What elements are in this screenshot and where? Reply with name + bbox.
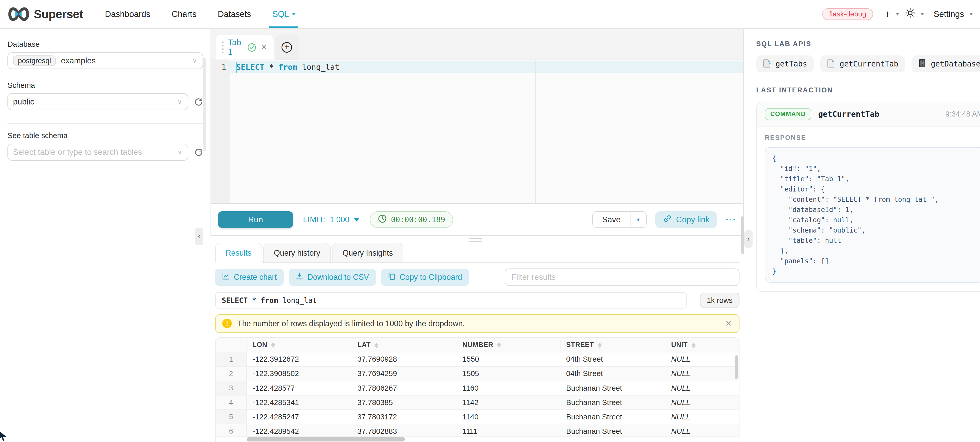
tab-query-history[interactable]: Query history	[263, 243, 331, 263]
tab-results[interactable]: Results	[215, 243, 262, 263]
sort-icon[interactable]	[271, 343, 275, 348]
download-icon	[295, 272, 304, 282]
sort-icon[interactable]	[497, 343, 501, 348]
response-label: RESPONSE	[765, 134, 980, 141]
results-tabs: Results Query history Query Insights	[215, 242, 740, 263]
api-panel-title: SQL LAB APIS	[756, 40, 980, 48]
column-header-street[interactable]: STREET	[560, 338, 666, 352]
editor-toolbar: Run LIMIT: 1 000 00:00:00.189	[211, 203, 743, 236]
nav-datasets[interactable]: Datasets	[207, 0, 262, 28]
sql-editor-panel: Tab 1 ✕ + 1	[210, 29, 744, 442]
last-interaction-title: LAST INTERACTION	[756, 86, 980, 94]
active-nav-indicator	[269, 26, 298, 28]
row-number-header	[216, 338, 247, 352]
query-tab[interactable]: Tab 1 ✕	[216, 35, 274, 59]
chevron-down-icon: ▾	[896, 11, 899, 17]
interaction-card-body: RESPONSE { "id": "1", "title": "Tab 1", …	[757, 126, 980, 291]
limit-dropdown[interactable]: LIMIT: 1 000	[303, 215, 360, 224]
table-horizontal-scrollbar-track	[216, 436, 739, 442]
collapse-sidebar-handle[interactable]: ‹	[195, 228, 203, 245]
query-preview-row: SELECT * from long_lat 1k rows	[215, 292, 740, 308]
superset-brand[interactable]: Superset	[8, 7, 83, 21]
content: Database postgresql examples ∨ Schema pu…	[0, 29, 980, 442]
sun-icon	[905, 8, 915, 20]
table-select[interactable]: Select table or type to search tables ∨	[8, 144, 188, 161]
response-json-box: { "id": "1", "title": "Tab 1", "editor":…	[765, 147, 980, 282]
close-warning-icon[interactable]: ✕	[725, 319, 732, 328]
drag-handle-icon[interactable]	[222, 41, 224, 54]
document-tabs-icon	[763, 59, 771, 69]
tab-query-insights[interactable]: Query Insights	[332, 243, 403, 263]
copy-link-button[interactable]: Copy link	[655, 211, 717, 228]
get-databases-button[interactable]: getDatabases	[912, 56, 980, 72]
database-label: Database	[8, 40, 203, 48]
column-header-lat[interactable]: LAT	[352, 338, 457, 352]
results-section: Results Query history Query Insights Cre…	[210, 242, 744, 442]
column-header-number[interactable]: NUMBER	[457, 338, 560, 352]
superset-logo-icon	[8, 7, 30, 21]
run-query-button[interactable]: Run	[218, 211, 293, 228]
editor-gutter: 1	[211, 60, 230, 203]
column-header-unit[interactable]: UNIT	[666, 338, 739, 352]
command-type-badge: COMMAND	[765, 108, 811, 120]
filter-results-input[interactable]	[504, 268, 740, 286]
nav-sql[interactable]: SQL▾	[261, 0, 305, 28]
new-tab-area: +	[275, 35, 299, 59]
navbar-right: flask-debug + ▾ ▾ Settings ▾	[822, 8, 972, 20]
new-item-button[interactable]: + ▾	[879, 8, 899, 20]
database-select[interactable]: postgresql examples ∨	[8, 53, 203, 69]
schema-label: Schema	[8, 81, 203, 89]
sort-icon[interactable]	[598, 343, 602, 348]
editor-tabstrip: Tab 1 ✕ +	[211, 29, 743, 60]
nav-charts[interactable]: Charts	[161, 0, 207, 28]
close-tab-icon[interactable]: ✕	[261, 43, 267, 52]
table-horizontal-scrollbar[interactable]	[247, 437, 405, 442]
main-panel-scrollbar[interactable]	[741, 216, 744, 254]
column-header-lon[interactable]: LON	[247, 338, 352, 352]
table-schema-label: See table schema	[8, 131, 203, 140]
save-split-button: Save ▾	[592, 211, 647, 228]
settings-menu[interactable]: Settings ▾	[930, 9, 972, 19]
sort-icon[interactable]	[374, 343, 379, 348]
table-row: 5 -122.428524737.7803172 1140Buchanan St…	[216, 410, 739, 424]
sql-code-editor[interactable]: 1 SELECT * from long_lat	[211, 60, 743, 203]
resize-grip-icon[interactable]	[469, 238, 482, 242]
create-chart-button[interactable]: Create chart	[215, 269, 284, 286]
nav-dashboards[interactable]: Dashboards	[94, 0, 161, 28]
add-tab-button[interactable]: +	[282, 42, 292, 53]
copy-to-clipboard-button[interactable]: Copy to Clipboard	[381, 269, 469, 286]
get-tabs-button[interactable]: getTabs	[756, 56, 814, 72]
table-row: 2 -122.390850237.7694259 150504th Street…	[216, 367, 739, 381]
sql-lab-page: Superset Dashboards Charts Datasets SQL▾…	[0, 0, 980, 442]
executed-query-preview: SELECT * from long_lat	[215, 292, 687, 308]
row-count-badge: 1k rows	[700, 293, 740, 308]
get-current-tab-button[interactable]: getCurrentTab	[820, 56, 905, 72]
table-vertical-scrollbar[interactable]	[735, 355, 738, 379]
table-header-row: LON LAT NUMBER STREET UNIT	[216, 338, 739, 352]
refresh-tables-icon[interactable]	[194, 147, 203, 157]
table-row: 3 -122.42857737.7806267 1160Buchanan Str…	[216, 381, 739, 395]
save-button[interactable]: Save	[593, 212, 630, 228]
print-margin-line	[535, 60, 535, 203]
mouse-cursor	[0, 429, 8, 442]
more-actions-button[interactable]: ···	[725, 215, 736, 225]
download-csv-button[interactable]: Download to CSV	[289, 269, 376, 286]
pane-resize-divider[interactable]	[210, 236, 744, 242]
api-buttons: getTabs getCurrentTab	[756, 56, 980, 72]
sidebar-scrollbar[interactable]	[203, 57, 206, 152]
collapse-api-panel-handle[interactable]: ›	[745, 230, 752, 248]
schema-sidebar: Database postgresql examples ∨ Schema pu…	[0, 29, 210, 442]
results-actions: Create chart Download to CSV	[215, 268, 740, 286]
save-options-caret[interactable]: ▾	[630, 212, 646, 228]
row-limit-warning: ! The number of rows displayed is limite…	[215, 314, 740, 333]
refresh-schemas-icon[interactable]	[194, 97, 203, 107]
brand-name: Superset	[34, 7, 83, 21]
theme-toggle-button[interactable]: ▾	[905, 8, 924, 20]
caret-down-icon	[353, 218, 360, 222]
last-interaction-card: COMMAND getCurrentTab 9:34:48 AM RESPONS…	[756, 102, 980, 292]
sort-icon[interactable]	[692, 343, 696, 348]
link-icon	[663, 214, 672, 225]
schema-select[interactable]: public ∨	[8, 93, 188, 110]
clock-icon	[378, 214, 387, 225]
chevron-down-icon: ▾	[970, 11, 972, 17]
